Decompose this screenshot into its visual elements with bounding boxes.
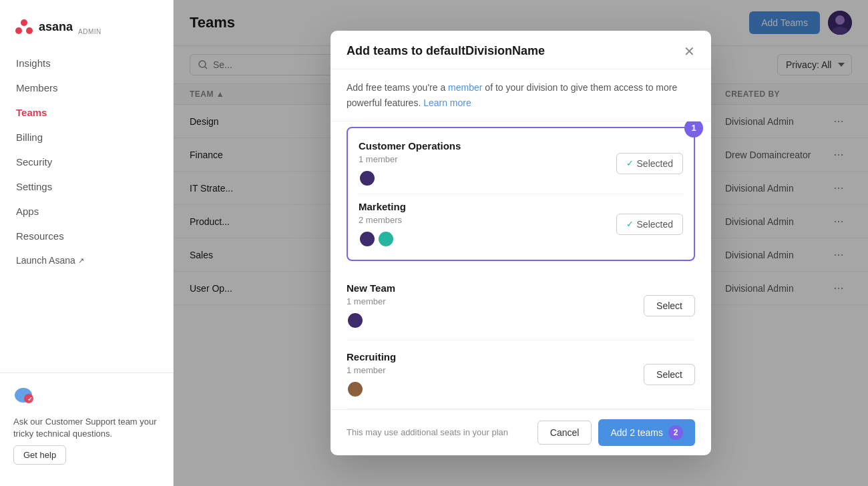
support-widget: ✓ Ask our Customer Support team your tri… bbox=[13, 384, 160, 465]
check-icon: ✓ bbox=[626, 158, 634, 168]
member-avatar bbox=[347, 312, 364, 329]
sidebar-item-apps[interactable]: Apps bbox=[8, 199, 165, 224]
sidebar-item-security[interactable]: Security bbox=[8, 150, 165, 174]
check-icon: ✓ bbox=[626, 219, 634, 229]
get-help-button[interactable]: Get help bbox=[13, 445, 66, 465]
add-teams-label: Add 2 teams bbox=[610, 427, 663, 438]
selected-teams-group: 1 Customer Operations 1 member bbox=[347, 127, 695, 261]
sidebar-item-billing[interactable]: Billing bbox=[8, 125, 165, 150]
sidebar-logo: asana ADMIN bbox=[0, 11, 173, 51]
team-avatars bbox=[359, 230, 406, 248]
team-item-new-team: New Team 1 member Select bbox=[347, 272, 695, 340]
modal-close-button[interactable]: ✕ bbox=[684, 45, 695, 58]
sidebar-item-label: Settings bbox=[16, 181, 52, 192]
chat-icon: ✓ bbox=[13, 384, 37, 408]
member-avatar bbox=[377, 230, 395, 248]
footer-note: This may use additional seats in your pl… bbox=[347, 427, 508, 437]
external-link-icon: ↗ bbox=[78, 256, 84, 265]
selected-label: Selected bbox=[637, 158, 673, 169]
add-teams-footer-button[interactable]: Add 2 teams 2 bbox=[598, 419, 695, 446]
team-info: Recruiting 1 member bbox=[347, 351, 396, 398]
svg-point-0 bbox=[21, 19, 27, 26]
team-name: Recruiting bbox=[347, 351, 396, 362]
modal-body: 1 Customer Operations 1 member bbox=[331, 121, 711, 409]
sidebar-item-label: Apps bbox=[16, 206, 39, 217]
select-button-new-team[interactable]: Select bbox=[644, 295, 695, 316]
member-avatar bbox=[347, 381, 364, 398]
footer-actions: Cancel Add 2 teams 2 bbox=[537, 419, 695, 446]
logo-text: asana bbox=[39, 20, 73, 34]
team-item-customer-ops: Customer Operations 1 member ✓ Selected bbox=[353, 134, 688, 194]
sidebar-navigation: Insights Members Teams Billing Security … bbox=[0, 51, 173, 373]
sidebar-item-label: Members bbox=[16, 82, 58, 93]
main-content: Teams Add Teams Privacy: All Team ▲ bbox=[174, 0, 868, 486]
selected-count-badge: 1 bbox=[684, 121, 703, 138]
sidebar-item-label: Billing bbox=[16, 132, 43, 143]
select-button-recruiting[interactable]: Select bbox=[644, 364, 695, 385]
sidebar-item-label: Resources bbox=[16, 230, 64, 242]
sidebar-item-members[interactable]: Members bbox=[8, 75, 165, 100]
sidebar-item-settings[interactable]: Settings bbox=[8, 174, 165, 199]
team-avatars bbox=[359, 170, 461, 187]
cancel-button[interactable]: Cancel bbox=[537, 421, 592, 445]
sidebar-item-insights[interactable]: Insights bbox=[8, 51, 165, 75]
sidebar-item-resources[interactable]: Resources bbox=[8, 224, 165, 248]
member-count: 2 members bbox=[359, 215, 406, 225]
add-teams-modal: Add teams to defaultDivisionName ✕ Add f… bbox=[331, 31, 711, 455]
modal-header: Add teams to defaultDivisionName ✕ bbox=[331, 31, 711, 69]
team-item-marketing: Marketing 2 members ✓ Selected bbox=[353, 194, 688, 254]
modal-description: Add free teams you're a member of to you… bbox=[331, 69, 711, 121]
sidebar: asana ADMIN Insights Members Teams Billi… bbox=[0, 0, 174, 486]
svg-point-2 bbox=[26, 27, 33, 34]
team-name: New Team bbox=[347, 282, 395, 294]
modal-overlay: Add teams to defaultDivisionName ✕ Add f… bbox=[174, 0, 868, 486]
modal-footer: This may use additional seats in your pl… bbox=[331, 409, 711, 455]
sidebar-bottom: ✓ Ask our Customer Support team your tri… bbox=[0, 373, 173, 475]
member-avatar bbox=[359, 230, 376, 248]
svg-text:✓: ✓ bbox=[27, 396, 33, 403]
team-name: Marketing bbox=[359, 201, 406, 212]
asana-logo-icon bbox=[13, 16, 35, 37]
support-text: Ask our Customer Support team your trick… bbox=[13, 416, 160, 440]
team-name: Customer Operations bbox=[359, 140, 461, 152]
team-info: Marketing 2 members bbox=[359, 201, 406, 248]
team-info: Customer Operations 1 member bbox=[359, 140, 461, 187]
sidebar-item-label: Security bbox=[16, 156, 52, 168]
sidebar-item-label: Insights bbox=[16, 57, 51, 69]
member-count: 1 member bbox=[347, 365, 396, 375]
sidebar-item-teams[interactable]: Teams bbox=[8, 100, 165, 125]
member-link[interactable]: member bbox=[448, 82, 482, 93]
modal-title: Add teams to defaultDivisionName bbox=[347, 44, 545, 58]
admin-badge: ADMIN bbox=[78, 28, 101, 35]
launch-asana-label: Launch Asana bbox=[16, 255, 75, 266]
svg-point-1 bbox=[15, 27, 22, 34]
team-info: New Team 1 member bbox=[347, 282, 395, 329]
member-count: 1 member bbox=[347, 296, 395, 306]
team-avatars bbox=[347, 381, 396, 398]
learn-more-link[interactable]: Learn more bbox=[423, 97, 471, 108]
member-count: 1 member bbox=[359, 154, 461, 164]
selected-button-marketing[interactable]: ✓ Selected bbox=[616, 214, 683, 235]
launch-asana-link[interactable]: Launch Asana ↗ bbox=[8, 248, 165, 272]
selected-label: Selected bbox=[637, 219, 673, 230]
team-item-recruiting: Recruiting 1 member Select bbox=[347, 340, 695, 409]
sidebar-item-label: Teams bbox=[16, 107, 47, 118]
member-avatar bbox=[359, 170, 376, 187]
team-avatars bbox=[347, 312, 395, 329]
description-text-start: Add free teams you're a bbox=[347, 82, 445, 93]
selected-button-customer-ops[interactable]: ✓ Selected bbox=[616, 153, 683, 174]
add-count-badge: 2 bbox=[668, 425, 683, 440]
support-icons: ✓ bbox=[13, 384, 160, 408]
